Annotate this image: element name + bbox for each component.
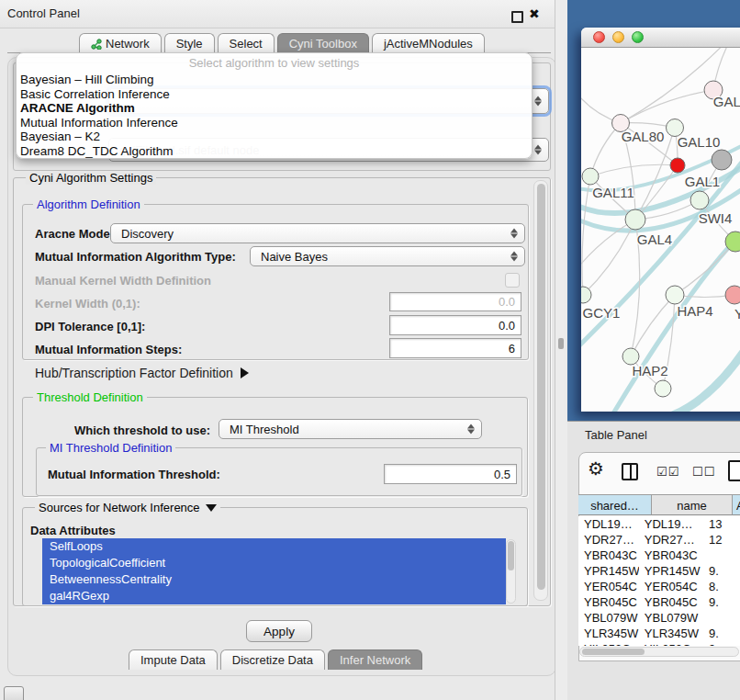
network-node-swi4[interactable] bbox=[690, 191, 709, 209]
tab-style[interactable]: Style bbox=[164, 33, 215, 53]
network-node-gcy1[interactable] bbox=[581, 287, 591, 303]
tab-jactivemnodules[interactable]: jActiveMNodules bbox=[372, 33, 485, 53]
table-row[interactable]: YBR043CYBR043C bbox=[578, 548, 740, 563]
unselect-all-columns-icon[interactable]: ☐☐ bbox=[692, 465, 715, 479]
algorithm-option-dream8-dc-tdc-algorithm[interactable]: Dream8 DC_TDC Algorithm bbox=[17, 144, 532, 159]
kernel-width-field[interactable]: 0.0 bbox=[389, 292, 521, 311]
table-cell: YBR043C bbox=[639, 548, 705, 563]
algorithm-option-bayesian-hill-climbing[interactable]: Bayesian – Hill Climbing bbox=[17, 73, 532, 87]
network-node-gal1[interactable] bbox=[670, 158, 685, 173]
attribute-item-topologicalcoefficient[interactable]: TopologicalCoefficient bbox=[42, 555, 506, 571]
column-header-3[interactable]: A bbox=[733, 494, 740, 515]
network-node-gal11[interactable] bbox=[582, 168, 599, 185]
minimized-panel-button[interactable] bbox=[4, 686, 24, 700]
table-cell: YPR145W bbox=[578, 563, 639, 579]
network-node-label: GAL4 bbox=[637, 231, 672, 247]
tab-impute-data[interactable]: Impute Data bbox=[129, 649, 218, 670]
network-node-hap4[interactable] bbox=[666, 286, 684, 304]
tab-select[interactable]: Select bbox=[218, 33, 275, 53]
network-edge[interactable] bbox=[621, 90, 713, 123]
table-row[interactable]: YBR045CYBR045C9. bbox=[578, 594, 740, 610]
settings-scrollbar-thumb[interactable] bbox=[537, 184, 545, 590]
network-edge[interactable] bbox=[582, 176, 590, 295]
network-window-titlebar[interactable] bbox=[581, 28, 740, 48]
network-node-label: GAL1 bbox=[685, 174, 720, 189]
table-hscrollbar[interactable] bbox=[579, 647, 739, 657]
popup-placeholder: Select algorithm to view settings bbox=[17, 53, 532, 73]
table-cell: YLR345W bbox=[578, 626, 639, 641]
network-edge[interactable] bbox=[590, 164, 678, 176]
mi-steps-label: Mutual Information Steps: bbox=[35, 343, 182, 356]
table-row[interactable]: YIL052CYIL052C9. bbox=[578, 641, 740, 646]
mi-threshold-field[interactable]: 0.5 bbox=[384, 464, 517, 484]
table-hscrollbar-thumb[interactable] bbox=[582, 649, 645, 655]
column-panes-icon[interactable] bbox=[622, 463, 638, 480]
data-attributes-list[interactable]: SelfLoopsTopologicalCoefficientBetweenne… bbox=[42, 538, 506, 604]
network-view-window[interactable]: GAL7GAL80GAL10GAL1GAL11SWI4GAL4GCY1HAP4Y… bbox=[581, 28, 740, 412]
attribute-item-selfloops[interactable]: SelfLoops bbox=[42, 538, 506, 555]
network-node-y[interactable] bbox=[725, 286, 740, 304]
table-row[interactable]: YDR27…YDR27…12 bbox=[578, 532, 740, 548]
algorithm-option-aracne-algorithm[interactable]: ARACNE Algorithm bbox=[17, 101, 532, 116]
table-row[interactable]: YER054CYER054C8. bbox=[578, 579, 740, 594]
algorithm-option-bayesian-k2[interactable]: Bayesian – K2 bbox=[17, 130, 532, 144]
table-cell: YDL19… bbox=[578, 516, 639, 532]
table-row[interactable]: YPR145WYPR145W9. bbox=[578, 563, 740, 579]
sources-toggle[interactable]: Sources for Network Inference bbox=[35, 501, 220, 514]
aracne-mode-combobox[interactable]: Discovery bbox=[110, 223, 525, 243]
settings-scrollbar[interactable] bbox=[533, 180, 548, 601]
network-node-label: SWI4 bbox=[699, 210, 733, 226]
table-cell: YPR145W bbox=[639, 563, 705, 579]
network-edge[interactable] bbox=[590, 123, 621, 176]
attr-list-scrollbar[interactable] bbox=[506, 539, 516, 604]
control-panel-title: Control Panel bbox=[7, 6, 80, 20]
mi-steps-field[interactable]: 6 bbox=[389, 338, 521, 358]
table-cell: YBR043C bbox=[578, 548, 639, 563]
hub-definition-toggle[interactable]: Hub/Transcription Factor Definition bbox=[35, 366, 249, 380]
data-attributes-label: Data Attributes bbox=[30, 524, 116, 537]
gear-icon[interactable]: ⚙ bbox=[588, 459, 604, 478]
which-threshold-combobox[interactable]: MI Threshold bbox=[219, 419, 482, 439]
network-node-gal4[interactable] bbox=[625, 209, 645, 230]
tab-label: Impute Data bbox=[140, 650, 206, 670]
apply-button[interactable]: Apply bbox=[246, 620, 312, 642]
zoom-window-icon[interactable] bbox=[632, 31, 644, 43]
hub-definition-label: Hub/Transcription Factor Definition bbox=[35, 366, 233, 380]
attribute-item-betweennesscentrality[interactable]: BetweennessCentrality bbox=[42, 571, 506, 588]
mi-threshold-group-title: MI Threshold Definition bbox=[46, 441, 175, 455]
network-edge-thick[interactable] bbox=[673, 325, 740, 412]
mi-threshold-label: Mutual Information Threshold: bbox=[48, 468, 220, 481]
table-cell: YDR27… bbox=[639, 532, 705, 548]
tab-infer-network[interactable]: Infer Network bbox=[328, 649, 422, 670]
table-row[interactable]: YBL079WYBL079W bbox=[578, 610, 740, 626]
table-row[interactable]: YLR345WYLR345W9. bbox=[578, 626, 740, 641]
network-graph: GAL7GAL80GAL10GAL1GAL11SWI4GAL4GCY1HAP4Y… bbox=[581, 48, 740, 412]
minimize-window-icon[interactable] bbox=[612, 31, 624, 43]
panel-splitter[interactable] bbox=[555, 0, 568, 700]
algorithm-definition-title: Algorithm Definition bbox=[33, 198, 144, 211]
network-node-label: GCY1 bbox=[583, 305, 621, 321]
splitter-handle-icon[interactable] bbox=[558, 338, 564, 349]
manual-kernel-checkbox[interactable] bbox=[505, 273, 520, 288]
attribute-item-gal4rgexp[interactable]: gal4RGexp bbox=[42, 588, 506, 604]
tab-network[interactable]: Network bbox=[79, 33, 162, 53]
algorithm-option-mutual-information-inference[interactable]: Mutual Information Inference bbox=[17, 116, 532, 130]
algorithm-option-basic-correlation-inference[interactable]: Basic Correlation Inference bbox=[17, 87, 532, 102]
tab-cyni-toolbox[interactable]: Cyni Toolbox bbox=[277, 33, 369, 53]
column-header-1[interactable]: shared… bbox=[578, 494, 652, 515]
column-header-2[interactable]: name bbox=[652, 494, 733, 515]
table-row[interactable]: YDL19…YDL19…13 bbox=[578, 516, 740, 532]
network-canvas[interactable]: GAL7GAL80GAL10GAL1GAL11SWI4GAL4GCY1HAP4Y… bbox=[581, 48, 740, 412]
network-node[interactable] bbox=[655, 380, 671, 397]
network-node[interactable] bbox=[712, 150, 732, 170]
new-table-icon[interactable] bbox=[728, 460, 740, 481]
attr-list-scrollbar-thumb[interactable] bbox=[508, 541, 514, 570]
tab-discretize-data[interactable]: Discretize Data bbox=[220, 649, 325, 670]
close-icon[interactable]: ✖ bbox=[529, 6, 540, 21]
close-window-icon[interactable] bbox=[593, 31, 605, 43]
float-window-icon[interactable] bbox=[511, 11, 523, 23]
select-all-columns-icon[interactable]: ☑☑ bbox=[656, 465, 679, 479]
mi-type-combobox[interactable]: Naive Bayes bbox=[250, 246, 525, 266]
dpi-tolerance-label: DPI Tolerance [0,1]: bbox=[35, 320, 145, 333]
dpi-tolerance-field[interactable]: 0.0 bbox=[389, 315, 521, 335]
